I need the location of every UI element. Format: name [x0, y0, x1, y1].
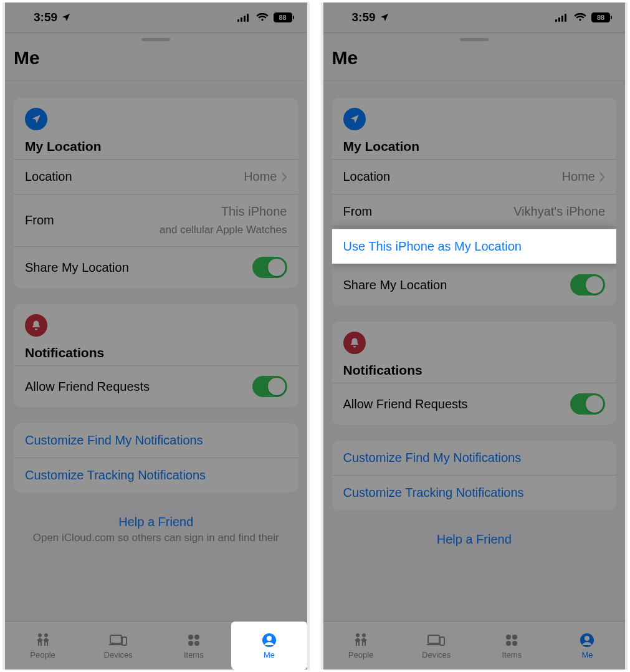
customize-tracking-link[interactable]: Customize Tracking Notifications: [332, 475, 617, 510]
customize-card: Customize Find My Notifications Customiz…: [14, 423, 298, 492]
me-icon: [578, 632, 596, 648]
my-location-card: My Location Location Home From Vikhyat's…: [332, 98, 617, 305]
battery-indicator: 88: [274, 12, 292, 22]
allow-friend-requests-toggle[interactable]: [252, 376, 287, 397]
tab-devices[interactable]: Devices: [80, 622, 156, 670]
location-value: Home: [562, 170, 595, 184]
notifications-card: Notifications Allow Friend Requests: [332, 322, 617, 425]
me-icon: [260, 632, 279, 648]
tab-items-label: Items: [184, 650, 204, 660]
allow-friend-requests-row: Allow Friend Requests: [332, 383, 617, 425]
tab-bar: People Devices Items Me: [5, 621, 307, 670]
screenshot-left: 3:59 88 Me My Location Location Home: [2, 2, 310, 670]
cellular-signal-icon: [237, 13, 251, 22]
status-time: 3:59: [34, 11, 57, 24]
tab-items[interactable]: Items: [156, 622, 231, 670]
people-icon: [351, 632, 370, 648]
tab-people[interactable]: People: [323, 622, 399, 670]
screenshot-right: 3:59 88 Me My Location Location Home: [321, 2, 628, 670]
allow-friend-requests-label: Allow Friend Requests: [343, 397, 468, 411]
location-arrow-icon: [25, 108, 47, 130]
tab-devices[interactable]: Devices: [399, 622, 474, 670]
customize-findmy-link[interactable]: Customize Find My Notifications: [14, 423, 298, 458]
from-label: From: [343, 204, 373, 219]
share-location-label: Share My Location: [343, 278, 447, 292]
cellular-signal-icon: [555, 13, 569, 22]
customize-tracking-link[interactable]: Customize Tracking Notifications: [14, 458, 298, 492]
use-this-iphone-button[interactable]: Use This iPhone as My Location: [332, 229, 617, 264]
status-time: 3:59: [352, 11, 376, 24]
sheet-header: Me: [5, 32, 307, 80]
tab-me[interactable]: Me: [231, 622, 307, 670]
allow-friend-requests-label: Allow Friend Requests: [25, 380, 150, 394]
help-a-friend-section: Help a Friend Open iCloud.com so others …: [5, 509, 307, 544]
items-icon: [502, 632, 521, 648]
notifications-title: Notifications: [343, 363, 606, 378]
people-icon: [34, 632, 52, 648]
bell-icon: [25, 314, 47, 337]
share-location-row: Share My Location: [332, 264, 617, 305]
tab-items[interactable]: Items: [474, 622, 550, 670]
devices-icon: [109, 632, 128, 648]
tab-me-label: Me: [581, 650, 593, 660]
from-row: From Vikhyat's iPhone: [332, 194, 617, 229]
items-icon: [184, 632, 203, 648]
chevron-right-icon: [599, 172, 605, 182]
wifi-icon: [256, 13, 269, 22]
notifications-card: Notifications Allow Friend Requests: [14, 304, 298, 407]
share-location-toggle[interactable]: [570, 274, 605, 295]
drag-grabber[interactable]: [141, 38, 170, 41]
location-row[interactable]: Location Home: [332, 159, 617, 194]
sheet-header: Me: [323, 32, 626, 80]
location-arrow-icon: [379, 12, 389, 22]
location-arrow-icon: [343, 108, 366, 130]
from-value: This iPhone: [221, 204, 287, 219]
bell-icon: [343, 332, 366, 354]
status-bar: 3:59 88: [5, 2, 307, 32]
tab-bar: People Devices Items Me: [323, 621, 626, 670]
my-location-title: My Location: [25, 139, 287, 154]
from-value: Vikhyat's iPhone: [513, 204, 605, 219]
my-location-card: My Location Location Home From This iPho…: [14, 98, 298, 288]
my-location-title: My Location: [343, 139, 606, 154]
help-a-friend-subtext: Open iCloud.com so others can sign in an…: [24, 532, 289, 544]
help-a-friend-link[interactable]: Help a Friend: [342, 532, 607, 547]
page-title: Me: [332, 47, 617, 69]
tab-devices-label: Devices: [104, 650, 133, 660]
allow-friend-requests-row: Allow Friend Requests: [14, 365, 298, 407]
notifications-title: Notifications: [25, 345, 287, 360]
tab-people-label: People: [30, 650, 55, 660]
drag-grabber[interactable]: [460, 38, 489, 41]
devices-icon: [427, 632, 446, 648]
share-location-toggle[interactable]: [252, 257, 287, 278]
location-row[interactable]: Location Home: [14, 159, 298, 194]
status-bar: 3:59 88: [323, 2, 626, 32]
location-label: Location: [343, 170, 391, 184]
tab-devices-label: Devices: [422, 650, 451, 660]
chevron-right-icon: [281, 172, 287, 182]
location-arrow-icon: [61, 12, 71, 22]
tab-people[interactable]: People: [5, 622, 80, 670]
battery-indicator: 88: [591, 12, 610, 22]
share-location-row: Share My Location: [14, 246, 298, 288]
from-row: From This iPhone and cellular Apple Watc…: [14, 194, 298, 246]
tab-me[interactable]: Me: [550, 622, 625, 670]
share-location-label: Share My Location: [25, 261, 129, 275]
page-title: Me: [14, 47, 298, 69]
location-label: Location: [25, 170, 72, 184]
help-a-friend-link[interactable]: Help a Friend: [24, 515, 289, 529]
wifi-icon: [574, 13, 586, 22]
location-value: Home: [244, 170, 277, 184]
customize-card: Customize Find My Notifications Customiz…: [332, 441, 617, 510]
allow-friend-requests-toggle[interactable]: [570, 393, 605, 415]
tab-me-label: Me: [264, 650, 275, 660]
customize-findmy-link[interactable]: Customize Find My Notifications: [332, 441, 617, 475]
help-a-friend-section: Help a Friend: [323, 526, 626, 547]
tab-people-label: People: [348, 650, 373, 660]
from-subtext: and cellular Apple Watches: [160, 224, 287, 236]
tab-items-label: Items: [502, 650, 522, 660]
from-label: From: [25, 213, 54, 228]
